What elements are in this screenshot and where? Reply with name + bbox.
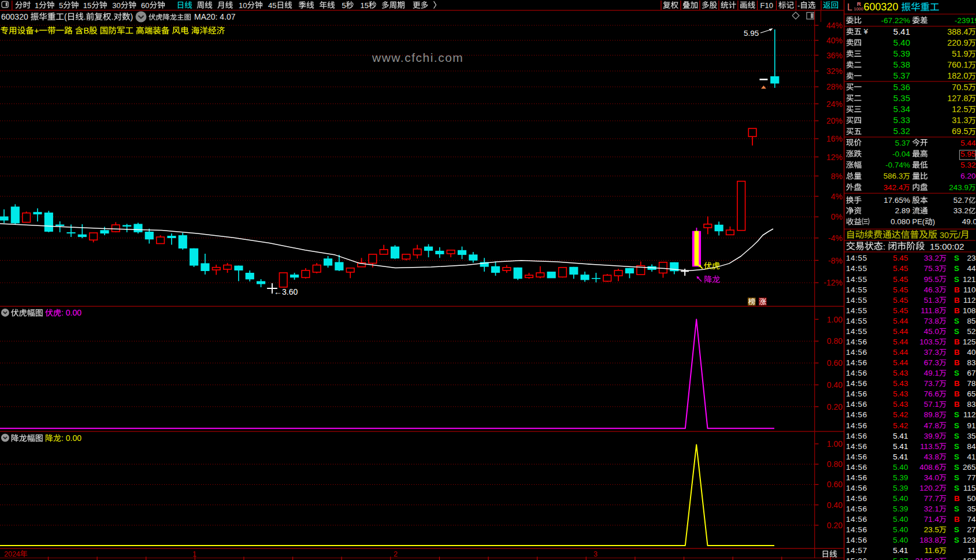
svg-text:5.37: 5.37 [893, 71, 910, 80]
svg-text:-67.22%: -67.22% [881, 16, 910, 25]
svg-text:69.5: 69.5 [952, 127, 968, 136]
svg-text:11: 11 [967, 546, 975, 555]
svg-text:0.20: 0.20 [827, 521, 843, 530]
svg-text:5.40: 5.40 [893, 536, 908, 544]
svg-text:14:56: 14:56 [846, 369, 867, 377]
svg-text:5.44: 5.44 [893, 327, 908, 336]
svg-text:1.00: 1.00 [827, 439, 843, 448]
svg-text:14:56: 14:56 [846, 421, 867, 430]
svg-text:: 0.00: : 0.00 [61, 433, 81, 443]
svg-text:17.65%: 17.65% [884, 196, 910, 205]
svg-text:74: 74 [967, 515, 976, 524]
svg-text:5.43: 5.43 [893, 369, 908, 377]
svg-text:73.8: 73.8 [924, 317, 939, 325]
svg-text:103.5: 103.5 [919, 338, 939, 346]
svg-text:14:56: 14:56 [846, 348, 867, 357]
svg-text:49.1: 49.1 [924, 369, 939, 377]
svg-text:-23919: -23919 [955, 16, 976, 25]
svg-text:5.34: 5.34 [893, 104, 910, 114]
svg-text:S: S [954, 463, 959, 472]
svg-text:5.95: 5.95 [744, 29, 759, 38]
svg-text:14:56: 14:56 [846, 390, 867, 398]
svg-text:B: B [954, 515, 960, 524]
svg-text:14:55: 14:55 [846, 254, 867, 262]
svg-text:4%: 4% [831, 192, 843, 201]
svg-text:108: 108 [963, 306, 976, 315]
svg-text:30: 30 [940, 231, 949, 240]
svg-text:5.44: 5.44 [960, 139, 976, 147]
svg-text:168: 168 [963, 557, 976, 560]
svg-text:14:55: 14:55 [846, 306, 867, 315]
svg-text:32%: 32% [826, 66, 843, 76]
svg-text:.: . [112, 12, 114, 21]
svg-text:14:56: 14:56 [846, 515, 867, 524]
svg-text:16%: 16% [826, 134, 843, 143]
svg-text:14:55: 14:55 [846, 327, 867, 336]
svg-text:5.45: 5.45 [893, 306, 908, 315]
svg-text:121: 121 [963, 275, 976, 284]
svg-text:73.7: 73.7 [924, 379, 939, 388]
svg-text:586.3: 586.3 [884, 172, 903, 180]
svg-text:B: B [954, 400, 960, 409]
svg-text:PE(: PE( [912, 217, 925, 226]
svg-text:33.2: 33.2 [924, 254, 939, 262]
svg-text:46.3: 46.3 [924, 285, 939, 294]
svg-text:L: L [847, 2, 852, 12]
svg-text:127.8: 127.8 [947, 94, 968, 103]
svg-text:15: 15 [361, 1, 369, 10]
svg-text:2135.8: 2135.8 [915, 557, 939, 560]
svg-text:112: 112 [963, 410, 976, 419]
svg-text:): ) [933, 217, 935, 226]
svg-text:57.1: 57.1 [924, 400, 939, 409]
svg-text:: 0.00: : 0.00 [61, 308, 81, 317]
svg-text:B: B [83, 26, 89, 35]
svg-text:120.2: 120.2 [919, 484, 939, 492]
svg-text:5.42: 5.42 [893, 410, 908, 419]
svg-text:14:56: 14:56 [846, 494, 867, 503]
svg-text:5.45: 5.45 [893, 264, 908, 273]
svg-text:36%: 36% [826, 51, 843, 60]
svg-text:14:56: 14:56 [846, 525, 867, 534]
svg-text:-0.74%: -0.74% [885, 161, 910, 169]
svg-text:15: 15 [83, 1, 91, 10]
svg-text:44%: 44% [826, 21, 843, 30]
svg-text:24%: 24% [826, 99, 843, 109]
svg-text:S: S [954, 275, 959, 284]
svg-text:60: 60 [141, 1, 149, 10]
svg-text:5.41: 5.41 [893, 27, 910, 36]
svg-text:10: 10 [239, 1, 247, 10]
svg-text:5.41: 5.41 [893, 453, 908, 461]
svg-text:1: 1 [192, 550, 196, 558]
svg-text:31.3: 31.3 [952, 116, 968, 125]
svg-text:23.5: 23.5 [924, 525, 939, 534]
svg-text:15:00:02: 15:00:02 [930, 242, 964, 251]
svg-text:1000: 1000 [854, 6, 864, 12]
svg-text:S: S [954, 317, 959, 325]
svg-text:-4%: -4% [828, 233, 843, 243]
svg-text:14:56: 14:56 [846, 463, 867, 472]
svg-text:5: 5 [342, 1, 346, 10]
svg-text:33.2: 33.2 [953, 206, 968, 215]
svg-text:B: B [954, 338, 960, 346]
svg-text:S: S [954, 421, 959, 430]
svg-text:S: S [954, 525, 959, 534]
svg-text:-12%: -12% [823, 278, 843, 287]
svg-text:14:56: 14:56 [846, 505, 867, 513]
svg-text:(: ( [64, 12, 67, 21]
svg-text:43.8: 43.8 [924, 453, 939, 461]
svg-text:95.5: 95.5 [924, 275, 939, 284]
svg-text:5.44: 5.44 [893, 338, 908, 346]
svg-text:51.3: 51.3 [924, 296, 939, 305]
svg-text:32.1: 32.1 [924, 505, 939, 513]
svg-text:5.40: 5.40 [893, 463, 908, 472]
svg-text:71.4: 71.4 [924, 515, 940, 524]
svg-text:30: 30 [112, 1, 120, 10]
svg-text:39.9: 39.9 [924, 432, 939, 440]
svg-text:14:56: 14:56 [846, 410, 867, 419]
svg-text:5.36: 5.36 [893, 82, 910, 92]
svg-text:35: 35 [967, 505, 975, 513]
svg-text:115: 115 [963, 484, 976, 492]
svg-text:14:56: 14:56 [846, 484, 867, 492]
svg-text:44: 44 [967, 264, 976, 273]
svg-text:5.32: 5.32 [893, 126, 910, 136]
